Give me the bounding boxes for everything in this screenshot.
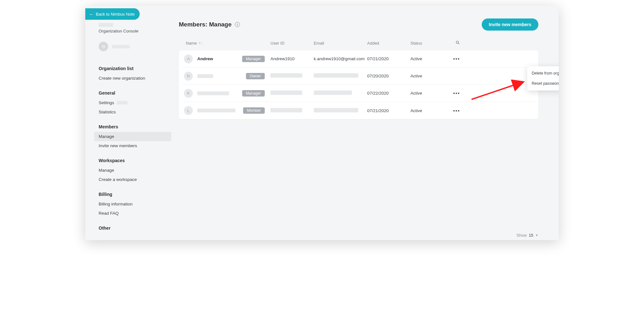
cell-userid-redacted [270, 73, 302, 78]
svg-point-0 [456, 41, 459, 44]
role-badge: Manager [242, 56, 265, 62]
cell-status: Active [410, 74, 448, 78]
member-name-redacted [197, 91, 229, 95]
cell-email-redacted [314, 90, 352, 95]
cell-email-redacted [314, 108, 358, 112]
table-row: K Manager 07/22/2020 Active ••• [182, 85, 535, 102]
row-actions-button[interactable]: ••• [453, 55, 460, 63]
role-badge: Owner [246, 73, 265, 79]
avatar: N [184, 72, 193, 81]
invite-new-members-button[interactable]: Invite new members [482, 18, 538, 31]
back-to-app-button[interactable]: ← Back to Nimbus Note [85, 8, 140, 20]
show-label: Show [516, 233, 527, 238]
sidebar-item-create-org[interactable]: Create new organization [99, 74, 165, 83]
col-header-userid[interactable]: User ID [270, 41, 314, 46]
chevron-down-icon[interactable]: ▼ [535, 233, 538, 237]
user-name-redacted [112, 45, 130, 48]
page-size-value[interactable]: 15 [529, 233, 533, 238]
svg-line-1 [458, 43, 459, 44]
member-name-redacted [197, 74, 213, 78]
arrow-left-icon: ← [89, 12, 94, 17]
sidebar-item-invite-members[interactable]: Invite new members [99, 141, 165, 150]
cell-email: k.andrew1910@gmail.com [314, 56, 367, 61]
menu-item-delete[interactable]: Delete from organization [527, 68, 559, 78]
info-icon[interactable]: i [235, 22, 240, 27]
sidebar-item-manage-workspaces[interactable]: Manage [99, 166, 165, 175]
pagination-footer: Show 15 ▼ [516, 233, 538, 238]
table-row: N Owner 07/20/2020 Active [182, 68, 535, 85]
sort-desc-icon: ↓ [201, 41, 203, 45]
sidebar-item-statistics[interactable]: Statistics [99, 107, 165, 117]
avatar: L [184, 106, 193, 115]
avatar: N [99, 42, 108, 51]
settings-badge-redacted [117, 101, 128, 104]
cell-status: Active [410, 91, 448, 96]
user-chip[interactable]: N [99, 42, 165, 51]
sidebar-item-read-faq[interactable]: Read FAQ [99, 209, 165, 218]
sidebar-item-manage-members[interactable]: Manage [94, 132, 171, 141]
page-title-text: Members: Manage [179, 21, 232, 28]
sidebar-title-billing: Billing [99, 187, 165, 199]
page-title: Members: Manage i [179, 21, 240, 28]
search-icon-cell [448, 40, 460, 46]
sort-asc-icon: ↑ [199, 41, 201, 45]
header-row: Members: Manage i Invite new members [179, 18, 538, 31]
cell-status: Active [410, 56, 448, 61]
col-header-name[interactable]: Name ↑ ↓ [182, 41, 270, 46]
row-actions-menu: Delete from organization Reset password [527, 66, 559, 90]
search-icon[interactable] [455, 40, 460, 45]
col-header-status[interactable]: Status [410, 41, 448, 46]
org-name-redacted [99, 23, 113, 27]
sidebar: Organization Console N Organization list… [85, 6, 171, 240]
back-label: Back to Nimbus Note [96, 12, 135, 17]
cell-added: 07/21/2020 [367, 108, 410, 113]
sidebar-title-members: Members [99, 120, 165, 132]
table-body: A Andrew Manager Andrew1910 k.andrew1910… [179, 50, 538, 119]
sidebar-title-workspaces: Workspaces [99, 154, 165, 166]
table-header: Name ↑ ↓ User ID Email Added Status [179, 40, 538, 50]
col-header-email[interactable]: Email [314, 41, 367, 46]
main-content: Members: Manage i Invite new members Nam… [171, 6, 559, 240]
row-actions-button[interactable]: ••• [453, 107, 460, 115]
sort-icons[interactable]: ↑ ↓ [199, 41, 203, 45]
avatar: A [184, 54, 193, 63]
member-name: Andrew [197, 56, 213, 61]
cell-userid-redacted [270, 108, 302, 112]
sidebar-item-settings[interactable]: Settings [99, 98, 165, 107]
sidebar-item-label: Settings [99, 100, 114, 105]
col-header-name-label: Name [186, 41, 197, 46]
member-name-redacted [197, 109, 235, 112]
cell-userid: Andrew1910 [270, 56, 314, 61]
sidebar-group-org: Organization list Create new organizatio… [99, 58, 165, 83]
avatar: K [184, 89, 193, 98]
cell-added: 07/22/2020 [367, 91, 410, 96]
sidebar-group-other: Other [99, 218, 165, 233]
table-row: L Member 07/21/2020 Active ••• [182, 102, 535, 119]
sidebar-group-billing: Billing Billing information Read FAQ [99, 184, 165, 218]
col-header-added[interactable]: Added [367, 41, 410, 46]
cell-added: 07/21/2020 [367, 56, 410, 61]
role-badge: Member [243, 107, 265, 114]
sidebar-group-general: General Settings Statistics [99, 83, 165, 117]
cell-status: Active [410, 108, 448, 113]
sidebar-title-general: General [99, 86, 165, 98]
sidebar-title-org: Organization list [99, 61, 165, 74]
org-name-block: Organization Console [99, 23, 165, 33]
sidebar-group-members: Members Manage Invite new members [99, 117, 165, 150]
menu-item-reset-password[interactable]: Reset password [527, 78, 559, 89]
cell-userid-redacted [270, 90, 302, 95]
table-row: A Andrew Manager Andrew1910 k.andrew1910… [182, 50, 535, 68]
app-shell: ← Back to Nimbus Note Organization Conso… [85, 6, 559, 240]
role-badge: Manager [242, 90, 265, 97]
members-table: Name ↑ ↓ User ID Email Added Status [179, 40, 538, 119]
cell-added: 07/20/2020 [367, 74, 410, 78]
console-label: Organization Console [99, 29, 165, 33]
cell-email-redacted [314, 73, 358, 78]
sidebar-item-billing-info[interactable]: Billing information [99, 199, 165, 209]
row-actions-button[interactable]: ••• [453, 89, 460, 97]
sidebar-group-workspaces: Workspaces Manage Create a workspace [99, 150, 165, 184]
sidebar-item-create-workspace[interactable]: Create a workspace [99, 175, 165, 184]
sidebar-title-other: Other [99, 221, 165, 233]
